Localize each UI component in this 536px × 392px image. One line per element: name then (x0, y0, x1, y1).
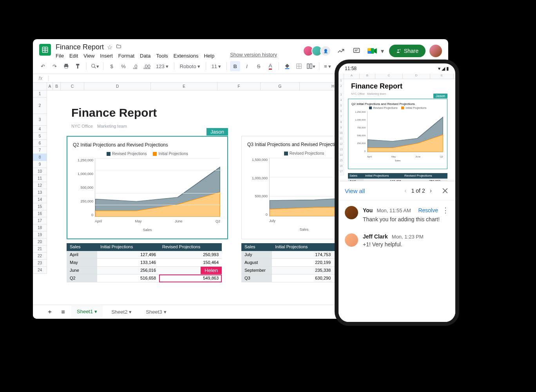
paint-format-icon[interactable] (73, 61, 83, 71)
row-header[interactable]: 10 (33, 168, 47, 175)
table-row: June256,016 (67, 267, 222, 275)
menu-file[interactable]: File (56, 53, 64, 59)
pager-text: 1 of 2 (411, 188, 425, 194)
row-header[interactable]: 14 (33, 196, 47, 203)
print-icon[interactable] (61, 61, 71, 71)
chart-q2[interactable]: Jason Q2 Initial Projections and Revised… (67, 136, 228, 239)
comment-panel: View all ‹ 1 of 2 › You Mon, 11:55 AM Re… (339, 181, 455, 322)
menu-format[interactable]: Format (118, 53, 134, 59)
row-header[interactable]: 21 (33, 246, 47, 253)
row-header[interactable]: 8 (33, 154, 47, 161)
strike-icon[interactable]: S (254, 61, 264, 71)
format-123[interactable]: 123 ▾ (154, 63, 171, 69)
collaborator-avatars[interactable]: 👤 (305, 45, 331, 56)
star-icon[interactable]: ☆ (107, 43, 112, 51)
row-header[interactable]: 16 (33, 210, 47, 217)
phone-status-bar: 11:58 ▾ ◢ ▮ (339, 63, 455, 74)
redo-icon[interactable]: ↷ (49, 61, 60, 71)
resolve-button[interactable]: Resolve (418, 207, 438, 213)
row-header[interactable]: 9 (33, 161, 47, 168)
col-header[interactable]: E (151, 83, 217, 90)
move-folder-icon[interactable] (116, 44, 122, 51)
row-header[interactable]: 13 (33, 189, 47, 196)
prev-comment-icon[interactable]: ‹ (404, 187, 406, 194)
th-ip: Initial Projections (97, 243, 159, 251)
borders-icon[interactable] (294, 61, 304, 71)
col-header[interactable]: G (261, 83, 300, 90)
close-icon[interactable] (441, 187, 449, 195)
svg-rect-25 (310, 64, 312, 69)
text-color-icon[interactable]: A (265, 61, 275, 71)
col-header[interactable]: F (217, 83, 261, 90)
menu-data[interactable]: Data (140, 53, 150, 59)
menu-view[interactable]: View (83, 53, 94, 59)
row-header[interactable]: 23 (33, 260, 47, 267)
row-header[interactable]: 7 (33, 147, 47, 154)
svg-rect-16 (76, 64, 79, 65)
row-header[interactable]: 22 (33, 253, 47, 260)
add-sheet-icon[interactable]: ＋ (45, 307, 55, 317)
format-percent[interactable]: % (118, 61, 129, 71)
comment-item: Jeff Clark Mon, 1:23 PM +1! Very helpful… (339, 228, 455, 253)
font-selector[interactable]: Roboto ▾ (177, 63, 203, 69)
format-dec-inc[interactable]: .00 (142, 61, 152, 71)
row-header[interactable]: 4 (33, 126, 47, 133)
bold-icon[interactable]: B (230, 61, 240, 71)
doc-title[interactable]: Finance Report (56, 43, 104, 51)
comment-item: You Mon, 11:55 AM Resolve ⋮ Thank you fo… (339, 201, 455, 228)
col-header[interactable]: B (53, 83, 61, 90)
row-header[interactable]: 6 (33, 140, 47, 147)
col-header[interactable]: C (61, 83, 84, 90)
meet-icon[interactable] (366, 45, 378, 57)
row-header[interactable]: 19 (33, 231, 47, 238)
phone-chart[interactable]: Jason Q2 Initial Projections and Revised… (348, 99, 447, 169)
menu-edit[interactable]: Edit (69, 53, 78, 59)
chart-legend: Revised Projections Initial Projections (67, 152, 227, 156)
col-header[interactable]: D (84, 83, 151, 90)
row-header[interactable]: 17 (33, 217, 47, 224)
all-sheets-icon[interactable]: ≡ (58, 307, 68, 317)
menu-tools[interactable]: Tools (156, 53, 168, 59)
format-dec-dec[interactable]: .0 (130, 61, 140, 71)
zoom-icon[interactable]: ▾ (90, 61, 100, 71)
more-icon[interactable]: ⋮ (442, 206, 449, 215)
meet-dropdown-icon[interactable]: ▾ (380, 45, 385, 57)
row-header[interactable]: 15 (33, 203, 47, 210)
tab-sheet3[interactable]: Sheet3 ▾ (140, 306, 172, 318)
row-header[interactable]: 20 (33, 238, 47, 246)
menu-help[interactable]: Help (204, 53, 214, 59)
tab-sheet1[interactable]: Sheet1 ▾ (71, 305, 103, 318)
share-label: Share (404, 48, 418, 54)
menu-extensions[interactable]: Extensions (174, 53, 199, 59)
menu-insert[interactable]: Insert (100, 53, 113, 59)
comment-author: You (363, 207, 373, 213)
merge-icon[interactable]: ▾ (306, 61, 316, 71)
fill-color-icon[interactable] (282, 61, 292, 71)
row-header[interactable]: 11 (33, 175, 47, 182)
avatar-more[interactable]: 👤 (320, 45, 331, 56)
row-header[interactable]: 12 (33, 182, 47, 189)
format-currency[interactable]: $ (107, 61, 117, 71)
x-axis-label: Sales (67, 228, 227, 232)
comment-icon[interactable] (351, 45, 362, 57)
signal-icon: ◢ (442, 66, 445, 71)
view-all-button[interactable]: View all (345, 188, 365, 194)
sheets-logo[interactable] (39, 44, 51, 56)
row-header[interactable]: 18 (33, 224, 47, 231)
row-header[interactable]: 3 (33, 114, 47, 126)
row-header[interactable]: 2 (33, 98, 47, 114)
version-history-link[interactable]: Show version history (230, 52, 277, 58)
align-icon[interactable]: ≡ ▾ (322, 61, 333, 71)
activity-icon[interactable] (335, 45, 347, 57)
profile-avatar[interactable] (429, 45, 442, 57)
font-size[interactable]: 11 ▾ (209, 63, 223, 69)
italic-icon[interactable]: I (242, 61, 252, 71)
tab-sheet2[interactable]: Sheet2 ▾ (106, 306, 137, 318)
row-header[interactable]: 24 (33, 267, 47, 274)
share-button[interactable]: Share (389, 45, 426, 57)
undo-icon[interactable]: ↶ (38, 61, 48, 71)
col-header[interactable]: A (47, 83, 53, 90)
row-header[interactable]: 1 (33, 90, 47, 98)
row-header[interactable]: 5 (33, 133, 47, 140)
next-comment-icon[interactable]: › (430, 187, 432, 194)
